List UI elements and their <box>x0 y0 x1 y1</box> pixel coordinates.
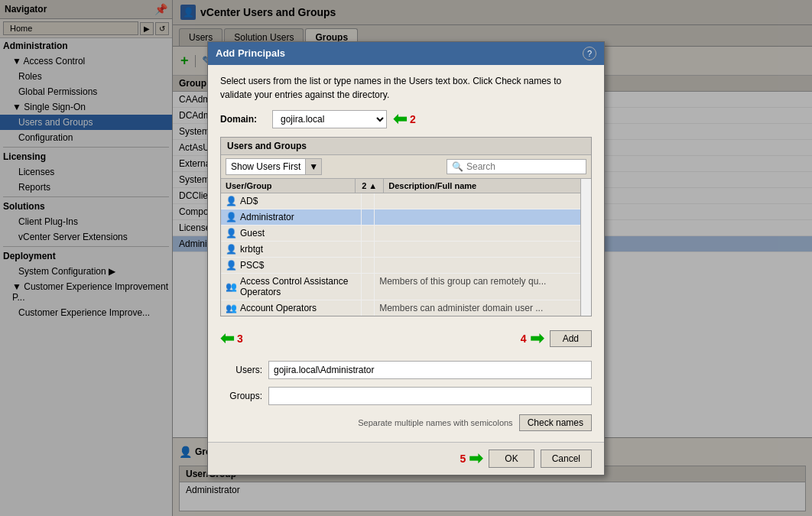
ug-cell-num <box>362 300 375 316</box>
ug-cell-num <box>362 209 375 225</box>
users-field-label: Users: <box>220 365 262 375</box>
arrow4-icon: ➡ <box>530 329 544 349</box>
domain-label: Domain: <box>220 114 266 125</box>
users-form-row: Users: <box>220 361 592 379</box>
modal-footer: 5 ➡ OK Cancel <box>208 442 604 475</box>
domain-row: Domain: gojira.localvsphere.local ⬅ 2 <box>220 109 592 129</box>
domain-select[interactable]: gojira.localvsphere.local <box>272 110 387 128</box>
ug-cell-desc <box>375 258 580 273</box>
step3-label: 3 <box>237 333 243 345</box>
ug-cell-user: 👥Access Control Assistance Operators <box>221 274 362 300</box>
step2-label: 2 <box>410 113 416 125</box>
ug-cell-user: 👥Account Operators <box>221 300 362 316</box>
ug-cell-desc: Members of this group can remotely qu... <box>375 274 580 300</box>
groups-field-label: Groups: <box>220 391 262 401</box>
ug-cell-num <box>362 258 375 273</box>
ug-cell-user: 👤Guest <box>221 226 362 241</box>
arrow2-icon: ⬅ <box>393 109 407 129</box>
ug-row[interactable]: 👤PSC$ <box>221 258 580 274</box>
ug-table-header: User/Group 2 ▲ Description/Full name <box>221 179 580 193</box>
ug-cell-user: 👤AD$ <box>221 193 362 209</box>
ug-cell-user: 👤PSC$ <box>221 258 362 273</box>
ug-col-num-header: 2 ▲ <box>356 179 384 193</box>
ug-row[interactable]: 👤Guest <box>221 226 580 242</box>
ug-cell-num <box>362 193 375 209</box>
note-row: Separate multiple names with semicolons … <box>220 413 592 433</box>
ug-row[interactable]: 👥Access Control Assistance Operators Mem… <box>221 274 580 300</box>
groups-field[interactable] <box>268 387 592 405</box>
user-icon: 👤 <box>226 260 237 271</box>
arrow4-indicator: 4 ➡ <box>521 329 544 349</box>
arrow5-icon: ➡ <box>469 449 482 469</box>
show-users-first-dropdown[interactable]: Show Users First ▼ <box>226 158 322 175</box>
ok-button[interactable]: OK <box>489 449 534 468</box>
ug-scrollbar[interactable] <box>580 179 591 316</box>
modal-help-button[interactable]: ? <box>583 47 596 60</box>
show-dropdown-text: Show Users First <box>226 159 305 174</box>
add-principals-modal: Add Principals ? Select users from the l… <box>207 41 605 475</box>
user-icon: 👤 <box>226 228 237 239</box>
ug-row[interactable]: 👤krbtgt <box>221 242 580 258</box>
arrow3-icon: ⬅ <box>220 329 234 349</box>
ug-cell-desc <box>375 242 580 257</box>
ug-row-selected[interactable]: 👤Administrator <box>221 209 580 226</box>
ug-cell-desc <box>375 209 580 225</box>
modal-header: Add Principals ? <box>208 42 604 65</box>
ug-cell-num <box>362 226 375 241</box>
groups-form-row: Groups: <box>220 387 592 405</box>
ug-cell-user: 👤krbtgt <box>221 242 362 257</box>
cancel-button[interactable]: Cancel <box>541 449 592 468</box>
ug-cell-num <box>362 274 375 300</box>
arrow2-indicator: ⬅ 2 <box>393 109 416 129</box>
ug-controls: Show Users First ▼ 🔍 <box>221 155 591 179</box>
show-dropdown-arrow[interactable]: ▼ <box>305 159 321 174</box>
arrow5-indicator: 5 ➡ <box>460 449 483 469</box>
check-names-button[interactable]: Check names <box>519 414 592 431</box>
add-button-row: ⬅ 3 4 ➡ Add <box>220 324 592 353</box>
modal-title: Add Principals <box>216 47 285 59</box>
ug-section-header: Users and Groups <box>221 138 591 155</box>
ug-row[interactable]: 👤AD$ <box>221 193 580 209</box>
group-icon: 👥 <box>226 281 237 292</box>
ug-table-container: User/Group 2 ▲ Description/Full name 👤AD… <box>221 179 591 316</box>
ug-table-inner: User/Group 2 ▲ Description/Full name 👤AD… <box>221 179 580 316</box>
user-icon: 👤 <box>226 244 237 255</box>
semicolons-note: Separate multiple names with semicolons <box>220 418 513 427</box>
users-field[interactable] <box>268 361 592 379</box>
ug-cell-num <box>362 242 375 257</box>
search-icon: 🔍 <box>452 161 463 172</box>
group-icon: 👥 <box>226 303 237 313</box>
ug-cell-user: 👤Administrator <box>221 209 362 225</box>
ug-row[interactable]: 👥Account Operators Members can administe… <box>221 300 580 316</box>
modal-body: Select users from the list or type names… <box>208 65 604 442</box>
ug-cell-desc: Members can administer domain user ... <box>375 300 580 316</box>
ug-col-desc-header: Description/Full name <box>384 179 580 193</box>
modal-description: Select users from the list or type names… <box>220 74 592 102</box>
search-box: 🔍 <box>447 159 586 174</box>
step5-label: 5 <box>460 453 466 465</box>
user-icon: 👤 <box>226 196 237 206</box>
step4-label: 4 <box>521 333 527 345</box>
ug-cell-desc <box>375 193 580 209</box>
ug-cell-desc <box>375 226 580 241</box>
ug-col-user-header: User/Group <box>221 179 356 193</box>
modal-overlay: Add Principals ? Select users from the l… <box>0 0 812 516</box>
user-icon: 👤 <box>226 212 237 222</box>
search-input[interactable] <box>466 161 581 172</box>
add-principal-button[interactable]: Add <box>550 330 592 347</box>
users-groups-section: Users and Groups Show Users First ▼ 🔍 Us… <box>220 137 592 316</box>
arrow3-indicator: ⬅ 3 <box>220 329 243 349</box>
ug-table-body: 👤AD$ 👤Administrator 👤Guest <box>221 193 580 316</box>
